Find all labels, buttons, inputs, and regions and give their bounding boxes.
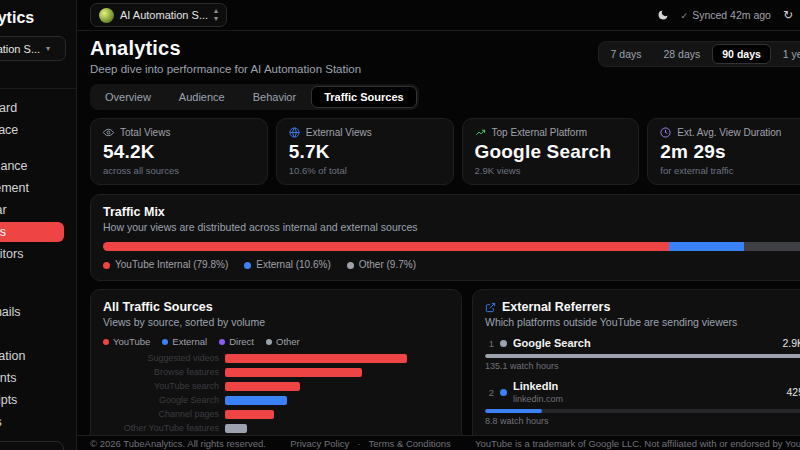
trend-up-icon bbox=[475, 127, 486, 138]
legend-item: Other bbox=[266, 336, 300, 347]
refresh-icon[interactable]: ↻ bbox=[783, 8, 793, 22]
sidebar-item-workspace[interactable]: Workspace bbox=[0, 120, 64, 140]
tab-traffic-sources[interactable]: Traffic Sources bbox=[311, 86, 416, 108]
legend-dot bbox=[219, 339, 225, 345]
stat-value: 5.7K bbox=[289, 141, 441, 163]
referrer-row[interactable]: 1 Google Search 2.9K 135.1 watch hours bbox=[485, 337, 800, 371]
check-icon: ✓ bbox=[681, 11, 689, 21]
sidebar-item-optimization[interactable]: Optimization bbox=[0, 346, 64, 366]
sidebar-item-comments[interactable]: Comments bbox=[0, 368, 64, 388]
bar-row: Google Search bbox=[103, 396, 449, 405]
referrer-views: 425 bbox=[786, 386, 800, 398]
channel-avatar bbox=[99, 8, 114, 23]
sync-label: Synced 42m ago bbox=[692, 9, 771, 21]
page-subtitle: Deep dive into performance for AI Automa… bbox=[90, 63, 361, 75]
traffic-mix-stacked-bar bbox=[103, 242, 800, 251]
legend-item: Other (9.7%) bbox=[347, 259, 416, 270]
stat-value: 2m 29s bbox=[660, 141, 800, 163]
legend-dot bbox=[103, 262, 110, 269]
channel-selector[interactable]: AI Automation S... ▴▾ bbox=[90, 3, 227, 27]
sidebar-item-content[interactable]: Content bbox=[0, 280, 64, 300]
legend-item: External (10.6%) bbox=[244, 259, 330, 270]
referrers-subtitle: Which platforms outside YouTube are send… bbox=[485, 316, 800, 328]
footer: © 2026 TubeAnalytics. All rights reserve… bbox=[77, 435, 800, 450]
referrer-bar bbox=[485, 354, 800, 358]
footer-separator: · bbox=[357, 438, 360, 449]
bar-row: Suggested videos bbox=[103, 354, 449, 363]
topbar-actions: ✓Synced 42m ago ↻ bbox=[657, 8, 793, 22]
ai-support-button[interactable]: AI Support bbox=[0, 441, 64, 450]
segment-youtube-internal bbox=[103, 242, 669, 251]
sidebar-channel-selector[interactable]: AI Automation S... ▾ bbox=[0, 36, 66, 61]
traffic-mix-subtitle: How your views are distributed across in… bbox=[103, 221, 800, 233]
sidebar-item-dashboard[interactable]: Dashboard bbox=[0, 98, 64, 118]
stat-total-views: Total Views 54.2K across all sources bbox=[90, 118, 268, 185]
external-link-icon bbox=[485, 302, 496, 313]
sidebar-item-transcripts[interactable]: Transcripts bbox=[0, 390, 64, 410]
globe-icon bbox=[289, 127, 300, 138]
bar[interactable] bbox=[225, 424, 247, 433]
bar[interactable] bbox=[225, 368, 362, 377]
all-traffic-sources-card: All Traffic Sources Views by source, sor… bbox=[90, 289, 462, 435]
range-1-year[interactable]: 1 year bbox=[773, 44, 800, 64]
stat-sub: 10.6% of total bbox=[289, 165, 441, 176]
referrer-row[interactable]: 2 LinkedInlinkedin.com 425 8.8 watch hou… bbox=[485, 380, 800, 426]
range-90-days[interactable]: 90 days bbox=[712, 44, 771, 64]
chevron-down-icon: ▾ bbox=[46, 45, 50, 53]
sidebar-item-titles[interactable]: Titles bbox=[0, 324, 64, 344]
sidebar-channel-label: AI Automation S... bbox=[0, 43, 40, 55]
sidebar-item-management[interactable]: Management bbox=[0, 178, 64, 198]
bar[interactable] bbox=[225, 396, 287, 405]
platform-dot bbox=[500, 340, 507, 347]
stat-label: Top External Platform bbox=[492, 127, 588, 138]
referrer-name: Google Search bbox=[513, 337, 591, 350]
sidebar-sync-status: m ago ↻ bbox=[0, 61, 76, 89]
tab-behavior[interactable]: Behavior bbox=[240, 86, 309, 108]
bar-row: Other YouTube features bbox=[103, 424, 449, 433]
traffic-mix-card: Traffic Mix How your views are distribut… bbox=[90, 194, 800, 281]
sidebar-item-thumbnails[interactable]: Thumbnails bbox=[0, 302, 64, 322]
referrer-name: LinkedInlinkedin.com bbox=[513, 380, 563, 405]
bar[interactable] bbox=[225, 354, 407, 363]
clock-icon bbox=[660, 127, 671, 138]
bar[interactable] bbox=[225, 410, 274, 419]
legend-item: YouTube bbox=[103, 336, 150, 347]
traffic-sources-title: All Traffic Sources bbox=[103, 300, 449, 314]
tab-overview[interactable]: Overview bbox=[92, 86, 164, 108]
referrer-bar bbox=[485, 409, 542, 413]
sidebar-item-calendar[interactable]: Calendar bbox=[0, 200, 64, 220]
app-logo: TubeAnalytics bbox=[0, 0, 76, 31]
bar-row: Browse features bbox=[103, 368, 449, 377]
traffic-mix-legend: YouTube Internal (79.8%) External (10.6%… bbox=[103, 259, 800, 270]
bar[interactable] bbox=[225, 382, 300, 391]
referrer-rank: 2 bbox=[485, 387, 494, 398]
bar-row: YouTube search bbox=[103, 382, 449, 391]
stat-cards: Total Views 54.2K across all sources Ext… bbox=[90, 118, 800, 185]
terms-link[interactable]: Terms & Conditions bbox=[368, 438, 450, 449]
legend-dot bbox=[347, 262, 354, 269]
sidebar-item-competitors[interactable]: Competitors bbox=[0, 244, 64, 264]
range-28-days[interactable]: 28 days bbox=[654, 44, 711, 64]
app-window: TubeAnalytics AI Automation S... ▾ m ago… bbox=[0, 0, 800, 450]
page-title: Analytics bbox=[90, 37, 361, 60]
segment-other bbox=[744, 242, 800, 251]
sidebar-item-analytics[interactable]: Analytics bbox=[0, 222, 64, 242]
referrer-domain: linkedin.com bbox=[513, 394, 563, 404]
title-row: Analytics Deep dive into performance for… bbox=[90, 37, 800, 75]
privacy-policy-link[interactable]: Privacy Policy bbox=[290, 438, 349, 449]
stat-sub: for external traffic bbox=[660, 165, 800, 176]
tab-audience[interactable]: Audience bbox=[166, 86, 238, 108]
traffic-sources-legend: YouTube External Direct Other bbox=[103, 336, 449, 347]
legend-dot bbox=[266, 339, 272, 345]
range-7-days[interactable]: 7 days bbox=[601, 44, 652, 64]
sync-status: ✓Synced 42m ago bbox=[681, 9, 771, 21]
page-content: Analytics Deep dive into performance for… bbox=[77, 31, 800, 435]
sidebar-item-playlists[interactable]: Playlists bbox=[0, 412, 64, 432]
bottom-columns: All Traffic Sources Views by source, sor… bbox=[90, 289, 800, 435]
stat-label: Ext. Avg. View Duration bbox=[677, 127, 781, 138]
moon-icon bbox=[657, 9, 669, 21]
dark-mode-toggle[interactable] bbox=[657, 9, 669, 21]
eye-icon bbox=[103, 127, 114, 138]
sidebar-item-performance[interactable]: Performance bbox=[0, 156, 64, 176]
sidebar: TubeAnalytics AI Automation S... ▾ m ago… bbox=[0, 0, 77, 450]
